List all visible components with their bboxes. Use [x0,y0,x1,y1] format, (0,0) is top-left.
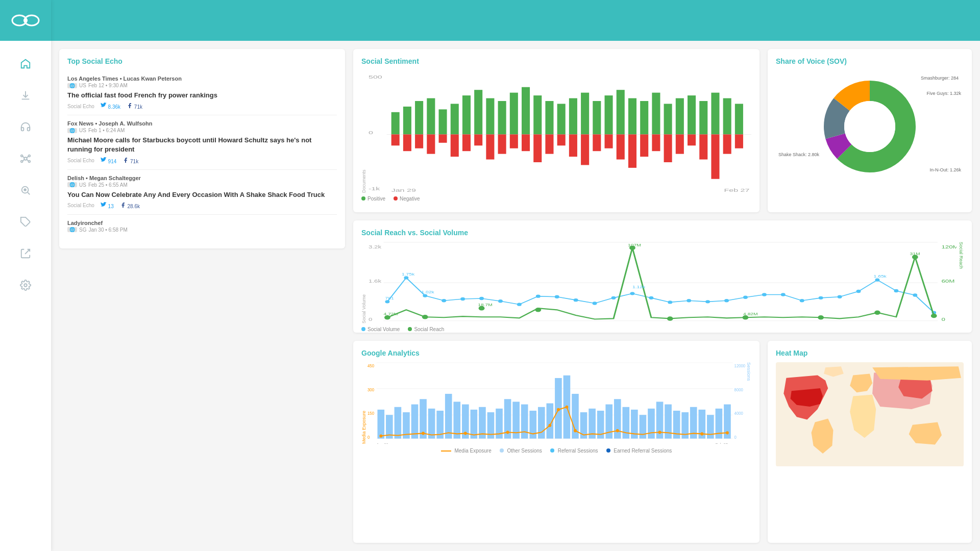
svg-text:1.65k: 1.65k [874,274,887,279]
echo-date-4: Jan 30 • 6:58 PM [88,227,127,233]
analytics-svg: 450 300 150 0 12000 8000 4000 0 [368,362,745,444]
sidebar-item-tag[interactable] [10,209,41,235]
svg-point-110 [630,292,634,295]
svg-line-13 [28,192,30,194]
svg-point-119 [800,299,804,302]
analytics-title: Google Analytics [361,349,751,357]
sidebar-item-network[interactable] [10,146,41,171]
reach-legend: Social Volume Social Reach [361,327,964,332]
svg-rect-35 [557,104,566,134]
svg-text:0: 0 [369,130,373,136]
sidebar-item-export[interactable] [10,241,41,266]
svg-rect-47 [699,101,707,134]
svg-line-11 [27,159,29,161]
reach-chart-area: 3.2k 1.6k 0 120M 60M 0 [369,242,957,323]
echo-flag-4: 🌐 [67,227,77,232]
echo-headline-2[interactable]: Michael Moore calls for Starbucks boycot… [67,136,337,154]
sidebar-item-search[interactable] [10,178,41,203]
bottom-row: Google Analytics Media Exposure 450 300 … [353,341,972,543]
svg-point-211 [574,429,577,432]
svg-text:120M: 120M [941,244,957,249]
svg-point-213 [658,431,662,434]
export-icon [20,248,31,259]
sov-donut-chart [819,76,921,178]
svg-text:1.02k: 1.02k [421,290,434,294]
svg-point-209 [557,408,560,411]
svg-rect-42 [640,101,648,134]
svg-rect-61 [510,134,518,148]
legend-other-sessions: Other Sessions [500,448,542,454]
echo-flag-2: 🌐 [67,128,77,133]
svg-rect-191 [623,407,630,439]
svg-text:781: 781 [385,296,394,300]
svg-point-108 [593,302,597,305]
svg-rect-170 [445,394,452,439]
svg-rect-52 [403,134,411,151]
sidebar-item-listen[interactable] [10,114,41,140]
svg-rect-201 [707,415,714,438]
facebook-icon-3 [120,202,126,208]
echo-meta-1: 🌐 US Feb 12 • 9:30 AM [67,83,337,88]
svg-rect-49 [723,98,731,135]
svg-rect-63 [533,134,542,162]
twitter-icon [101,103,107,109]
echo-headline-1[interactable]: The official fast food French fry power … [67,91,337,100]
svg-rect-50 [735,104,743,134]
home-icon [20,58,31,69]
reach-y-right-label: Social Reach [959,242,964,323]
svg-point-4 [21,155,23,157]
svg-rect-77 [699,134,707,159]
svg-text:150: 150 [368,411,375,416]
svg-rect-78 [711,134,719,179]
sov-label-smashburger: Smashburger: 284 [921,76,959,81]
svg-rect-26 [451,104,459,134]
svg-text:0: 0 [734,435,737,439]
svg-text:Feb 27: Feb 27 [716,443,728,444]
svg-text:-1k: -1k [369,186,380,191]
sov-label-innout: In-N-Out: 1.26k [929,167,961,172]
reach-title: Social Reach vs. Social Volume [361,229,964,237]
svg-point-97 [385,300,389,303]
sidebar-item-settings[interactable] [10,272,41,298]
svg-rect-72 [640,134,648,157]
svg-rect-59 [486,134,494,159]
svg-rect-56 [451,134,459,157]
svg-point-102 [479,297,484,300]
sidebar-logo [0,0,51,41]
svg-rect-75 [676,134,684,154]
sidebar-item-home[interactable] [10,51,41,77]
echo-country-2: US [79,128,86,133]
svg-point-6 [21,161,23,163]
analytics-y-left-label: Media Exposure [361,362,366,444]
echo-stats-1: Social Echo 8.36k 71k [67,103,337,110]
facebook-icon [127,103,133,109]
network-icon [20,153,31,164]
sidebar-item-download[interactable] [10,83,41,108]
sentiment-legend: Positive Negative [361,196,751,202]
positive-legend: Positive [361,196,385,202]
echo-item-3: Delish • Megan Schaltegger 🌐 US Feb 25 •… [67,170,337,215]
svg-rect-193 [640,415,647,438]
echo-meta-4: 🌐 SG Jan 30 • 6:58 PM [67,227,337,233]
svg-rect-70 [617,134,625,159]
svg-point-121 [838,295,842,298]
svg-rect-62 [522,134,530,151]
svg-rect-74 [664,134,672,162]
download-icon [20,90,31,101]
svg-rect-27 [462,95,471,134]
social-echo-panel: Top Social Echo Los Angeles Times • Luca… [59,49,345,248]
echo-headline-3[interactable]: You Can Now Celebrate Any And Every Occa… [67,190,337,199]
svg-text:450: 450 [368,364,375,368]
svg-point-132 [667,316,673,321]
svg-point-105 [536,294,541,297]
svg-point-123 [875,278,879,281]
svg-rect-32 [522,87,530,135]
svg-rect-41 [628,98,636,135]
svg-rect-28 [474,90,482,134]
top-bar [51,0,980,41]
sov-chart-container: Smashburger: 284 Five Guys: 1.32k Shake … [776,70,964,183]
svg-point-135 [874,310,880,315]
svg-rect-34 [545,101,553,134]
svg-rect-68 [593,134,601,151]
echo-label-1: Social Echo [67,104,94,109]
